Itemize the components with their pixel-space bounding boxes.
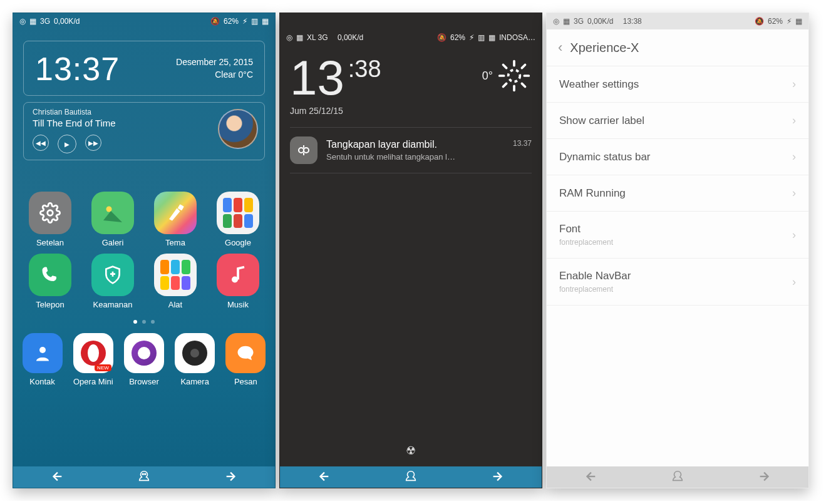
- app-label: Keamanan: [93, 300, 133, 309]
- carrier-left: XL 3G: [307, 33, 328, 42]
- network-label: 3G: [40, 17, 50, 26]
- page-title: Xperience-X: [570, 41, 639, 55]
- nav-home[interactable]: [671, 470, 684, 485]
- notif-sub: Sentuh untuk melihat tangkapan l…: [326, 152, 504, 162]
- back-chevron[interactable]: ‹: [558, 39, 562, 56]
- sync-icon: ◎: [286, 33, 292, 42]
- battery-label: 62%: [450, 33, 465, 42]
- qr2-icon: ▦: [488, 33, 495, 42]
- album-art: [218, 109, 258, 149]
- app-google-folder[interactable]: Google: [209, 192, 267, 247]
- status-bar: ◎ ▦ XL 3G 0,00K/d 🔕 62% ⚡︎ ▥ ▦ INDOSA…: [280, 29, 542, 46]
- nav-forward[interactable]: [758, 470, 772, 485]
- app-label: Google: [225, 238, 251, 247]
- chevron-right-icon: ›: [792, 150, 796, 163]
- battery-label: 62%: [768, 17, 783, 26]
- app-keamanan[interactable]: Keamanan: [83, 254, 142, 309]
- music-song: Till The End of Time: [33, 118, 211, 128]
- svg-point-0: [48, 210, 53, 216]
- mute-icon: 🔕: [755, 17, 764, 26]
- settings-row-weather[interactable]: Weather settings›: [547, 66, 808, 103]
- clock-date: Desember 25, 2015: [176, 56, 253, 69]
- dock-label: Opera Mini: [73, 377, 113, 386]
- dock-opera[interactable]: NEWOpera Mini: [73, 333, 113, 386]
- battery-icon: ▥: [478, 33, 485, 42]
- dock-pesan[interactable]: Pesan: [225, 333, 266, 386]
- app-grid: Setelan Galeri Tema Google Telepon Keama…: [21, 192, 267, 309]
- app-telepon[interactable]: Telepon: [21, 254, 80, 309]
- app-galeri[interactable]: Galeri: [83, 192, 142, 247]
- notification-item[interactable]: Tangkapan layar diambil. Sentuh untuk me…: [290, 128, 532, 173]
- nav-home[interactable]: [137, 470, 151, 485]
- network-label: 3G: [574, 17, 584, 26]
- dock-kontak[interactable]: Kontak: [23, 333, 63, 386]
- nav-back[interactable]: [50, 470, 64, 485]
- navbar: [280, 466, 542, 488]
- app-tema[interactable]: Tema: [146, 192, 205, 247]
- dock-kamera[interactable]: Kamera: [175, 333, 215, 386]
- svg-line-17: [522, 65, 525, 68]
- navbar: [547, 466, 808, 488]
- panel-temp: 0°: [482, 69, 493, 83]
- dock: Kontak NEWOpera Mini Browser Kamera Pesa…: [13, 329, 275, 393]
- status-bar: ◎ ▦ 3G 0,00K/d 🔕 62% ⚡︎ ▥ ▦: [13, 13, 275, 29]
- row-label: Font: [559, 223, 581, 235]
- mute-icon: 🔕: [437, 33, 447, 42]
- home-screen: ◎ ▦ 3G 0,00K/d 🔕 62% ⚡︎ ▥ ▦ 13:37 Desemb…: [13, 13, 276, 488]
- app-label: Musik: [227, 300, 249, 309]
- clock-minutes: :38: [348, 57, 381, 81]
- bolt-icon: ⚡︎: [242, 17, 247, 26]
- app-label: Tema: [165, 238, 185, 247]
- row-sub: fontreplacement: [559, 285, 631, 294]
- nav-back[interactable]: [584, 470, 597, 485]
- app-label: Setelan: [36, 238, 64, 247]
- sync-icon: ◎: [19, 17, 26, 26]
- nav-forward[interactable]: [224, 470, 238, 485]
- dock-label: Kontak: [29, 377, 54, 386]
- music-widget[interactable]: Christian Bautista Till The End of Time …: [23, 102, 265, 160]
- battery-icon: ▥: [251, 17, 258, 26]
- speed-label: 0,00K/d: [338, 33, 363, 42]
- app-alat-folder[interactable]: Alat: [146, 254, 205, 309]
- play-button[interactable]: ▶: [58, 135, 76, 153]
- clock-time: 13:37: [35, 50, 120, 88]
- panel-handle[interactable]: ☢: [406, 444, 416, 458]
- screenshot-icon: [290, 136, 317, 164]
- settings-header: ‹ Xperience-X: [547, 29, 808, 66]
- prev-button[interactable]: ◀◀: [33, 135, 49, 151]
- status-bar: ◎ ▦ 3G 0,00K/d 13:38 🔕 62% ⚡︎ ▦: [547, 13, 808, 29]
- settings-row-ram[interactable]: RAM Running›: [547, 175, 808, 212]
- mute-icon: 🔕: [210, 17, 220, 26]
- settings-row-carrier[interactable]: Show carrier label›: [547, 103, 808, 139]
- nav-back[interactable]: [317, 470, 331, 485]
- nav-home[interactable]: [404, 470, 418, 485]
- svg-line-15: [522, 83, 525, 86]
- clock-hours: 13: [290, 53, 344, 102]
- bolt-icon: ⚡︎: [469, 33, 474, 42]
- svg-point-7: [145, 473, 146, 475]
- clock-date-block: Desember 25, 2015 Clear 0°C: [176, 56, 253, 81]
- notif-time: 13.37: [513, 139, 532, 148]
- speed-label: 0,00K/d: [587, 17, 613, 26]
- chevron-right-icon: ›: [792, 78, 796, 91]
- row-label: Weather settings: [559, 78, 639, 91]
- carrier-right: INDOSA…: [499, 33, 535, 42]
- sun-icon: [497, 58, 532, 93]
- panel-clock: 13 :38: [290, 53, 381, 102]
- music-artist: Christian Bautista: [33, 108, 211, 116]
- clock-widget[interactable]: 13:37 Desember 25, 2015 Clear 0°C: [23, 41, 265, 96]
- row-label: Dynamic status bar: [559, 151, 651, 163]
- battery-label: 62%: [224, 17, 239, 26]
- app-musik[interactable]: Musik: [209, 254, 267, 309]
- dock-browser[interactable]: Browser: [124, 333, 164, 386]
- sync-icon: ◎: [553, 17, 559, 26]
- app-setelan[interactable]: Setelan: [21, 192, 80, 247]
- next-button[interactable]: ▶▶: [85, 135, 101, 151]
- settings-row-statusbar[interactable]: Dynamic status bar›: [547, 139, 808, 175]
- nav-forward[interactable]: [491, 470, 505, 485]
- qr-icon: ▦: [296, 33, 303, 42]
- settings-row-navbar[interactable]: Enable NavBarfontreplacement›: [547, 259, 808, 306]
- app-label: Galeri: [102, 238, 124, 247]
- bolt-icon: ⚡︎: [787, 17, 792, 26]
- settings-row-font[interactable]: Fontfontreplacement›: [547, 212, 808, 259]
